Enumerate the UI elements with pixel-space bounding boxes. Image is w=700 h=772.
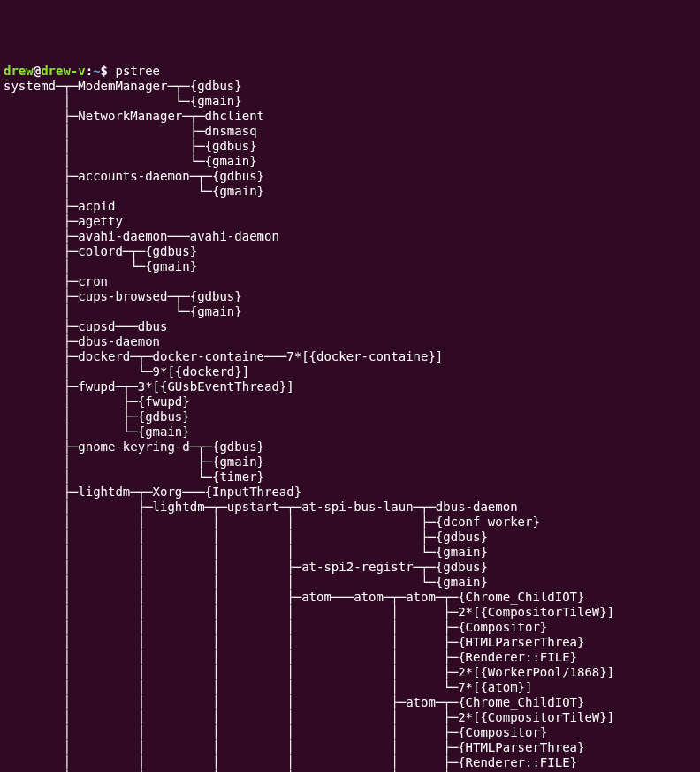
prompt-cwd: ~ [93,64,100,78]
pstree-line: ├─NetworkManager─┬─dhclient [4,109,264,123]
pstree-line: │ ├─{gdbus} [4,409,190,424]
prompt-at: @ [34,64,41,78]
pstree-line: │ │ │ │ ├─atom─┬─{Chrome_ChildIOT} [4,695,584,709]
pstree-line: ├─agetty [4,214,123,228]
pstree-line: │ │ │ │ ├─{dconf worker} [4,515,540,529]
pstree-line: ├─dbus-daemon [4,334,160,348]
pstree-line: │ ├─lightdm─┬─upstart─┬─at-spi-bus-laun─… [4,500,518,514]
pstree-line: │ ├─dnsmasq [4,124,257,138]
pstree-line: │ ├─{gmain} [4,455,264,469]
pstree-line: │ │ │ │ │ ├─{Renderer::FILE} [4,755,577,769]
pstree-line: │ │ │ │ │ └─7*[{atom}] [4,680,532,694]
pstree-line: ├─cron [4,274,108,288]
pstree-line: ├─colord─┬─{gdbus} [4,244,197,258]
pstree-line: │ │ │ │ │ ├─{HTMLParserThrea} [4,740,584,754]
pstree-line: │ │ │ │ ├─{gdbus} [4,530,488,544]
pstree-line: │ │ │ ├─atom───atom─┬─atom─┬─{Chrome_Chi… [4,590,584,604]
prompt-colon: : [86,64,93,78]
terminal-output: drew@drew-v:~$ pstree systemd─┬─ModemMan… [4,64,696,772]
pstree-line: │ ├─{fwupd} [4,394,190,409]
pstree-line: │ │ │ │ │ ├─2*[{CompositorTileW}] [4,605,614,619]
pstree-line: ├─gnome-keyring-d─┬─{gdbus} [4,440,264,454]
pstree-line: │ └─{gmain} [4,94,242,108]
prompt-host: drew-v [41,64,86,78]
pstree-line: ├─accounts-daemon─┬─{gdbus} [4,169,264,183]
pstree-line: │ │ │ │ │ ├─{Renderer::FILE} [4,650,577,664]
pstree-line: │ └─{gmain} [4,259,197,273]
pstree-line: ├─acpid [4,199,115,213]
pstree-line: │ │ │ │ │ ├─2*[{WorkerPool/1868}] [4,665,614,679]
pstree-line: │ │ │ │ └─{gmain} [4,575,488,589]
pstree-line: │ │ │ │ └─{gmain} [4,545,488,559]
pstree-line: ├─lightdm─┬─Xorg───{InputThread} [4,485,301,499]
pstree-line: systemd─┬─ModemManager─┬─{gdbus} [4,79,242,93]
pstree-line: ├─avahi-daemon───avahi-daemon [4,229,279,243]
pstree-line: ├─cupsd───dbus [4,319,167,333]
pstree-line: ├─fwupd─┬─3*[{GUsbEventThread}] [4,379,294,394]
pstree-line: │ │ │ │ │ ├─{Compositor} [4,725,547,739]
pstree-line: │ └─{gmain} [4,304,242,318]
pstree-line: │ │ │ │ │ ├─2*[{CompositorTileW}] [4,710,614,724]
pstree-line: │ └─{timer} [4,470,264,484]
pstree-line: │ │ │ ├─at-spi2-registr─┬─{gdbus} [4,560,488,574]
prompt-dollar: $ [101,64,116,78]
pstree-line: │ └─{gmain} [4,154,257,168]
pstree-line: ├─dockerd─┬─docker-containe───7*[{docker… [4,349,443,363]
pstree-line: │ │ │ │ │ ├─{Compositor} [4,620,547,634]
pstree-line: │ └─{gmain} [4,184,264,198]
pstree-line: ├─cups-browsed─┬─{gdbus} [4,289,242,303]
pstree-line: │ └─{gmain} [4,424,190,439]
pstree-line: │ └─9*[{dockerd}] [4,364,249,378]
pstree-line: │ │ │ │ │ ├─{HTMLParserThrea} [4,635,584,649]
prompt-user: drew [4,64,34,78]
command-text: pstree [115,64,160,78]
pstree-line: │ ├─{gdbus} [4,139,257,153]
